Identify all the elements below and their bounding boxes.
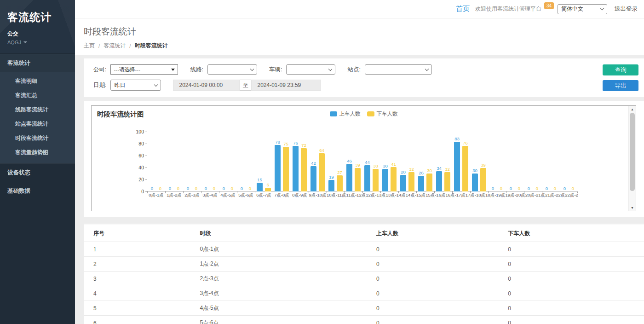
chart-bar [391, 167, 397, 191]
bar-value-label: 0 [177, 186, 179, 191]
bar-column: 27 [336, 132, 344, 191]
date-range-separator: 至 [240, 80, 251, 91]
breadcrumb-section[interactable]: 客流统计 [104, 42, 126, 50]
chart-bar [364, 165, 370, 191]
bar-value-label: 0 [213, 186, 215, 191]
line-select[interactable] [207, 64, 257, 75]
bar-column: 38 [382, 132, 389, 191]
legend-boarding[interactable]: 上车人数 [330, 110, 361, 117]
sidebar-section-header[interactable]: 基础数据 [0, 182, 75, 200]
company-select[interactable]: ---请选择--- [110, 64, 178, 75]
chart-bar [373, 169, 379, 191]
home-link[interactable]: 首页 [456, 5, 470, 13]
table-cell: 1点-2点 [190, 257, 367, 272]
sidebar-subitem[interactable]: 站点客流统计 [0, 117, 75, 131]
sidebar-section-header[interactable]: 客流统计 [0, 54, 75, 72]
chart-bars: 0000000000001567875767242641927463944383… [147, 132, 577, 191]
sidebar-subitem[interactable]: 客流汇总 [0, 88, 75, 103]
chevron-down-icon [425, 67, 429, 70]
chart-legend: 上车人数 下车人数 [330, 110, 398, 117]
bar-column: 34 [436, 132, 443, 191]
bar-column: 0 [238, 132, 246, 191]
chart-bar-group: 00 [201, 132, 219, 191]
org-name: 公交 [7, 30, 75, 38]
bar-value-label: 0 [231, 186, 233, 191]
table-cell: 0 [367, 257, 498, 272]
y-axis-label: 0 [141, 189, 144, 194]
line-label: 线路: [190, 66, 203, 74]
date-to-input[interactable] [251, 80, 321, 91]
axis-tick [398, 191, 399, 193]
bar-value-label: 38 [383, 164, 388, 168]
org-code-dropdown[interactable]: AQGJ [7, 40, 75, 45]
y-axis-label: 60 [138, 153, 144, 158]
bar-column: 44 [364, 132, 371, 191]
axis-tick [145, 168, 147, 168]
vehicle-select[interactable] [286, 64, 335, 75]
language-select[interactable]: 简体中文 [558, 4, 607, 14]
table-cell: 4 [84, 286, 190, 301]
breadcrumb-home[interactable]: 主页 [84, 42, 95, 50]
bar-value-label: 0 [492, 186, 494, 191]
chart-bar-group: 3039 [470, 132, 488, 191]
bar-column: 0 [516, 132, 523, 191]
x-axis-label: 13点-14点 [386, 192, 406, 198]
table-cell: 3点-4点 [190, 286, 367, 301]
bar-value-label: 0 [546, 186, 548, 191]
sidebar-subitem[interactable]: 客流量趋势图 [0, 145, 75, 160]
bar-column: 0 [167, 132, 174, 191]
bar-column: 72 [300, 132, 308, 191]
notification-badge[interactable]: 34 [544, 2, 554, 9]
sidebar-section-header[interactable]: 设备状态 [0, 163, 75, 182]
chart-bar [472, 174, 478, 191]
bar-value-label: 15 [257, 178, 262, 182]
chart-bar-group: 2630 [416, 132, 434, 191]
dropdown-arrow-icon [171, 69, 175, 71]
export-button[interactable]: 导出 [603, 80, 638, 91]
bar-column: 83 [454, 132, 461, 191]
bar-column: 78 [274, 132, 282, 191]
bar-column: 0 [561, 132, 569, 191]
bar-column: 6 [264, 132, 272, 191]
legend-alighting[interactable]: 下车人数 [367, 110, 398, 117]
sidebar-subitem[interactable]: 客流明细 [0, 74, 75, 88]
bar-value-label: 0 [510, 186, 512, 191]
x-axis-label: 9点-10点 [309, 192, 327, 198]
bar-column: 15 [256, 132, 264, 191]
date-preset-select[interactable]: 昨日 [110, 80, 161, 91]
x-axis-label: 19点-20点 [505, 192, 525, 198]
axis-tick [145, 144, 147, 144]
date-label: 日期: [93, 81, 106, 89]
chart-bar-group: 00 [560, 132, 578, 191]
chart-title: 时段车流统计图 [97, 110, 144, 119]
date-preset-value: 昨日 [114, 81, 125, 89]
bar-value-label: 28 [401, 170, 406, 174]
x-axis-label: 21点-22点 [545, 192, 565, 198]
chart-scrollbar[interactable]: ▲ ▼ [628, 106, 636, 211]
scroll-up-icon[interactable]: ▲ [629, 106, 636, 112]
table-row: 43点-4点00 [84, 286, 644, 301]
sidebar-subitem[interactable]: 线路客流统计 [0, 103, 75, 117]
bar-column: 76 [292, 132, 299, 191]
chart-bar-group: 00 [183, 132, 201, 191]
chart-bar-group: 00 [506, 132, 524, 191]
axis-tick [345, 191, 345, 193]
sidebar: 客流统计 公交 AQGJ 客流统计客流明细客流汇总线路客流统计站点客流统计时段客… [0, 0, 75, 324]
chart-bar [454, 142, 460, 191]
company-label: 公司: [93, 66, 106, 74]
scroll-down-icon[interactable]: ▼ [629, 204, 636, 211]
station-select[interactable] [365, 64, 432, 75]
date-from-input[interactable] [173, 80, 240, 91]
chart-bar [310, 166, 316, 191]
station-label: 站点: [347, 66, 360, 74]
logout-link[interactable]: 退出登录 [615, 5, 638, 13]
sidebar-subitem[interactable]: 时段客流统计 [0, 131, 75, 145]
chart-bar-group: 00 [219, 132, 237, 191]
x-axis-label: 17点-18点 [466, 192, 485, 198]
breadcrumb-current: 时段客流统计 [135, 42, 168, 50]
query-button[interactable]: 查询 [603, 64, 638, 75]
bar-value-label: 0 [249, 186, 251, 191]
language-value: 简体中文 [561, 5, 583, 13]
chart-bar [426, 174, 432, 191]
scrollbar-thumb[interactable] [630, 113, 635, 191]
